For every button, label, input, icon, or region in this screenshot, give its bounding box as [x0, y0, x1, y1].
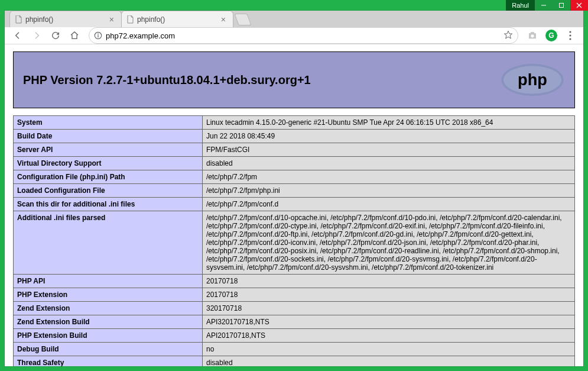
phpinfo-value: 20170718 — [203, 288, 575, 302]
phpinfo-key: Scan this dir for additional .ini files — [14, 198, 203, 211]
phpinfo-key: Configuration File (php.ini) Path — [14, 170, 203, 184]
table-row: Build DateJun 22 2018 08:45:49 — [14, 130, 575, 143]
table-row: Thread Safetydisabled — [14, 356, 575, 367]
table-row: PHP Extension20170718 — [14, 288, 575, 302]
phpinfo-value: disabled — [203, 356, 575, 367]
address-bar[interactable]: php72.example.com — [89, 27, 518, 44]
phpinfo-value: API20170718,NTS — [203, 329, 575, 343]
phpinfo-key: Zend Extension — [14, 302, 203, 315]
table-row: SystemLinux tecadmin 4.15.0-20-generic #… — [14, 116, 575, 130]
user-badge[interactable]: Rahul — [506, 0, 535, 11]
reload-button[interactable] — [47, 27, 64, 44]
browser-toolbar: php72.example.com G — [5, 27, 583, 44]
site-info-icon[interactable] — [94, 31, 102, 40]
phpinfo-key: Server API — [14, 143, 203, 157]
chrome-menu-button[interactable] — [562, 27, 579, 44]
php-logo-icon: php — [500, 63, 565, 97]
svg-point-9 — [569, 31, 571, 33]
phpinfo-key: System — [14, 116, 203, 130]
phpinfo-value: Linux tecadmin 4.15.0-20-generic #21-Ubu… — [203, 116, 575, 130]
viewport-wrapper: PHP Version 7.2.7-1+ubuntu18.04.1+deb.su… — [5, 44, 583, 366]
phpinfo-key: PHP Extension Build — [14, 329, 203, 343]
svg-point-11 — [569, 38, 571, 40]
phpinfo-key: Debug Build — [14, 343, 203, 356]
tab-close-icon[interactable]: × — [107, 15, 116, 24]
svg-rect-6 — [98, 35, 98, 37]
browser-tab-1[interactable]: phpinfo() × — [121, 11, 233, 27]
phpinfo-value: API320170718,NTS — [203, 315, 575, 329]
table-row: Zend Extension320170718 — [14, 302, 575, 315]
phpinfo-value: /etc/php/7.2/fpm/php.ini — [203, 184, 575, 198]
home-button[interactable] — [66, 27, 83, 44]
phpinfo-value: /etc/php/7.2/fpm/conf.d — [203, 198, 575, 211]
window-close-button[interactable] — [570, 0, 588, 11]
table-row: Zend Extension BuildAPI320170718,NTS — [14, 315, 575, 329]
svg-point-10 — [569, 34, 571, 36]
phpinfo-value: /etc/php/7.2/fpm/conf.d/10-opcache.ini, … — [203, 211, 575, 275]
browser-tab-0[interactable]: phpinfo() × — [9, 11, 122, 27]
phpinfo-value: 320170718 — [203, 302, 575, 315]
file-icon — [15, 15, 22, 24]
svg-text:php: php — [518, 70, 547, 89]
bookmark-star-icon[interactable] — [503, 30, 513, 41]
table-row: Loaded Configuration File/etc/php/7.2/fp… — [14, 184, 575, 198]
phpinfo-table: SystemLinux tecadmin 4.15.0-20-generic #… — [13, 115, 575, 366]
tab-close-icon[interactable]: × — [219, 15, 228, 24]
page-viewport[interactable]: PHP Version 7.2.7-1+ubuntu18.04.1+deb.su… — [5, 44, 583, 366]
table-row: PHP Extension BuildAPI20170718,NTS — [14, 329, 575, 343]
phpinfo-key: Zend Extension Build — [14, 315, 203, 329]
table-row: PHP API20170718 — [14, 275, 575, 288]
svg-marker-7 — [504, 31, 512, 38]
phpinfo-key: Virtual Directory Support — [14, 157, 203, 170]
phpinfo-key: Thread Safety — [14, 356, 203, 367]
grammarly-extension-icon[interactable]: G — [543, 27, 560, 44]
url-host: php72.example.com — [106, 31, 175, 40]
svg-point-8 — [531, 34, 534, 37]
phpinfo-key: Build Date — [14, 130, 203, 143]
table-row: Virtual Directory Supportdisabled — [14, 157, 575, 170]
tab-strip: phpinfo() × phpinfo() × — [5, 11, 583, 27]
forward-button[interactable] — [28, 27, 45, 44]
file-icon — [126, 15, 134, 24]
table-row: Server APIFPM/FastCGI — [14, 143, 575, 157]
window-maximize-button[interactable] — [553, 0, 570, 11]
browser-window: phpinfo() × phpinfo() × — [5, 11, 583, 366]
phpinfo-key: PHP Extension — [14, 288, 203, 302]
svg-point-5 — [98, 34, 99, 35]
phpinfo-header: PHP Version 7.2.7-1+ubuntu18.04.1+deb.su… — [13, 51, 575, 108]
php-version-heading: PHP Version 7.2.7-1+ubuntu18.04.1+deb.su… — [23, 73, 311, 87]
svg-rect-1 — [560, 4, 564, 8]
window-titlebar: Rahul — [0, 0, 588, 11]
table-row: Additional .ini files parsed/etc/php/7.2… — [14, 211, 575, 275]
new-tab-button[interactable] — [234, 14, 251, 25]
phpinfo-value: /etc/php/7.2/fpm — [203, 170, 575, 184]
window-minimize-button[interactable] — [535, 0, 553, 11]
table-row: Configuration File (php.ini) Path/etc/ph… — [14, 170, 575, 184]
back-button[interactable] — [9, 27, 26, 44]
screenshot-extension-icon[interactable] — [524, 27, 541, 44]
tab-title: phpinfo() — [25, 15, 53, 24]
phpinfo-value: disabled — [203, 157, 575, 170]
table-row: Scan this dir for additional .ini files/… — [14, 198, 575, 211]
phpinfo-key: Additional .ini files parsed — [14, 211, 203, 275]
phpinfo-key: Loaded Configuration File — [14, 184, 203, 198]
phpinfo-key: PHP API — [14, 275, 203, 288]
table-row: Debug Buildno — [14, 343, 575, 356]
phpinfo-value: 20170718 — [203, 275, 575, 288]
tab-title: phpinfo() — [137, 15, 165, 24]
phpinfo-value: FPM/FastCGI — [203, 143, 575, 157]
phpinfo-value: Jun 22 2018 08:45:49 — [203, 130, 575, 143]
phpinfo-value: no — [203, 343, 575, 356]
